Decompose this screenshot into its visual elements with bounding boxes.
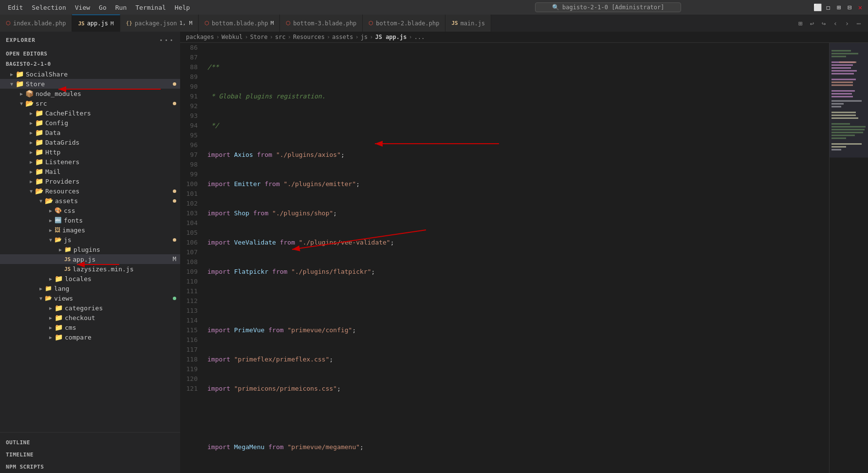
win-layout[interactable]: ⊟	[846, 3, 853, 11]
sidebar-item-src[interactable]: ▼ 📂 src	[0, 98, 180, 108]
sidebar-item-checkout[interactable]: ▶ 📁 checkout	[0, 313, 180, 322]
navigate-forward-icon[interactable]: ›	[842, 18, 852, 29]
sidebar-item-data[interactable]: ▶ 📁 Data	[0, 128, 180, 137]
tab-icon-js2: JS	[451, 20, 458, 26]
menu-edit[interactable]: Edit	[4, 3, 27, 12]
sidebar-item-lang[interactable]: ▶ 📁 lang	[0, 284, 180, 293]
folder-icon-store: 📁	[16, 80, 24, 88]
navigate-back-icon[interactable]: ‹	[830, 18, 841, 29]
sidebar-item-cms[interactable]: ▶ 📁 cms	[0, 322, 180, 332]
tab-index-blade[interactable]: ⬡ index.blade.php	[0, 15, 72, 32]
sidebar-item-assets[interactable]: ▼ 📂 assets	[0, 196, 180, 206]
line-numbers: 86 87 88 89 90 91 92 93 94 95 96 97 98 9…	[180, 43, 203, 473]
project-name[interactable]: BAGISTO-2-1-0	[0, 59, 180, 69]
sidebar-item-app-js[interactable]: JS app.js M	[0, 254, 180, 264]
sidebar-item-store[interactable]: ▼ 📁 Store	[0, 79, 180, 89]
sidebar-item-plugins[interactable]: ▶ 📁 plugins	[0, 245, 180, 254]
sidebar-item-node-modules[interactable]: ▶ 📦 node_modules	[0, 89, 180, 98]
chevron-down-icon: ▼	[8, 80, 16, 88]
tab-bottom-blade[interactable]: ⬡ bottom.blade.php M	[199, 15, 280, 32]
win-minimize[interactable]: ⬜	[813, 3, 821, 11]
tab-app-js[interactable]: JS app.js M	[72, 15, 120, 32]
sidebar-item-css[interactable]: ▶ 🎨 css	[0, 206, 180, 215]
modified-indicator	[173, 82, 176, 86]
timeline-section[interactable]: TIMELINE	[0, 449, 180, 459]
explorer-more-icon[interactable]: ···	[159, 36, 174, 45]
sidebar-item-views[interactable]: ▼ 📂 views	[0, 293, 180, 303]
node-modules-icon: 📦	[25, 90, 34, 97]
outline-section[interactable]: OUTLINE	[0, 436, 180, 447]
images-icon: 🖼	[55, 227, 60, 233]
css-label: css	[64, 207, 75, 214]
main-area: EXPLORER ··· OPEN EDITORS BAGISTO-2-1-0 …	[0, 32, 868, 473]
minimap	[829, 43, 868, 473]
sidebar-item-mail[interactable]: ▶ 📁 Mail	[0, 167, 180, 176]
tab-icon-blade2: ⬡	[204, 20, 209, 26]
js-folder-icon: 📂	[55, 236, 62, 243]
tab-icon-blade: ⬡	[6, 20, 11, 26]
compare-icon: 📁	[55, 333, 63, 341]
breadcrumb: packages › Webkul › Store › src › Resour…	[180, 32, 868, 43]
tab-icon-blade3: ⬡	[286, 20, 291, 26]
menu-bar: Edit Selection View Go Run Terminal Help	[4, 3, 407, 12]
more-actions-icon[interactable]: ⋯	[853, 18, 864, 29]
undo-icon[interactable]: ↩	[807, 18, 817, 29]
menu-go[interactable]: Go	[95, 3, 111, 12]
views-icon: 📂	[45, 295, 52, 302]
modified-indicator-js	[173, 238, 176, 242]
folder-label: SocialShare	[26, 71, 68, 78]
js-folder-label: js	[64, 236, 72, 244]
line-96: import "primeflex/primeflex.css";	[207, 355, 825, 364]
src-label: src	[36, 100, 47, 107]
line-89: import Axios from "./plugins/axios";	[207, 150, 825, 160]
sidebar-item-listeners[interactable]: ▶ 📁 Listeners	[0, 157, 180, 167]
views-label: views	[54, 295, 73, 302]
sidebar-item-cachefilters[interactable]: ▶ 📁 CacheFilters	[0, 108, 180, 118]
sidebar-item-datagrids[interactable]: ▶ 📁 DataGrids	[0, 137, 180, 147]
lang-icon: 📁	[45, 285, 52, 292]
npm-scripts-section[interactable]: NPM SCRIPTS	[0, 461, 180, 471]
redo-icon[interactable]: ↪	[818, 18, 829, 29]
sidebar: EXPLORER ··· OPEN EDITORS BAGISTO-2-1-0 …	[0, 32, 180, 473]
breadcrumb-src: src	[275, 34, 286, 40]
sidebar-item-lazysizes[interactable]: JS lazysizes.min.js	[0, 264, 180, 274]
locales-icon: 📁	[55, 275, 63, 283]
sidebar-item-config[interactable]: ▶ 📁 Config	[0, 118, 180, 128]
line-99: import MegaMenu from "primevue/megamenu"…	[207, 442, 825, 452]
lazysizes-label: lazysizes.min.js	[73, 265, 133, 273]
folder-icon-data: 📁	[35, 129, 43, 136]
folder-icon: 📁	[16, 70, 24, 78]
win-maximize[interactable]: ◻	[824, 3, 832, 11]
node-modules-label: node_modules	[36, 90, 81, 97]
win-restore[interactable]: ⊞	[835, 3, 843, 11]
code-editor[interactable]: 86 87 88 89 90 91 92 93 94 95 96 97 98 9…	[180, 43, 868, 473]
menu-view[interactable]: View	[71, 3, 94, 12]
sidebar-item-locales[interactable]: ▶ 📁 locales	[0, 274, 180, 284]
menu-selection[interactable]: Selection	[28, 3, 70, 12]
sidebar-item-http[interactable]: ▶ 📁 Http	[0, 147, 180, 157]
win-close[interactable]: ✕	[856, 3, 864, 11]
tab-main-js[interactable]: JS main.js	[445, 15, 491, 32]
compare-label: compare	[65, 334, 92, 341]
tab-bottom2-blade[interactable]: ⬡ bottom-2.blade.php	[363, 15, 445, 32]
breadcrumb-packages: packages	[186, 34, 214, 40]
breadcrumb-js: js	[361, 34, 368, 40]
tab-bottom3-blade[interactable]: ⬡ bottom-3.blade.php	[280, 15, 363, 32]
sidebar-item-fonts[interactable]: ▶ 🔤 fonts	[0, 215, 180, 225]
menu-help[interactable]: Help	[171, 3, 194, 12]
sidebar-item-images[interactable]: ▶ 🖼 images	[0, 225, 180, 235]
tab-package-json[interactable]: {} package.json 1, M	[120, 15, 199, 32]
sidebar-item-resources[interactable]: ▼ 📂 Resources	[0, 186, 180, 196]
line-95: import PrimeVue from "primevue/config";	[207, 325, 825, 335]
code-content[interactable]: /** * Global plugins registration. */ im…	[203, 43, 829, 473]
split-editor-icon[interactable]: ⊞	[795, 18, 806, 29]
sidebar-item-compare[interactable]: ▶ 📁 compare	[0, 332, 180, 342]
assets-label: assets	[55, 197, 78, 205]
lazysizes-icon: JS	[64, 266, 71, 272]
sidebar-item-socialshare[interactable]: ▶ 📁 SocialShare	[0, 69, 180, 79]
sidebar-item-js-folder[interactable]: ▼ 📂 js	[0, 235, 180, 245]
menu-terminal[interactable]: Terminal	[131, 3, 170, 12]
sidebar-item-providers[interactable]: ▶ 📁 Providers	[0, 176, 180, 186]
menu-run[interactable]: Run	[111, 3, 130, 12]
sidebar-item-categories[interactable]: ▶ 📁 categories	[0, 303, 180, 313]
